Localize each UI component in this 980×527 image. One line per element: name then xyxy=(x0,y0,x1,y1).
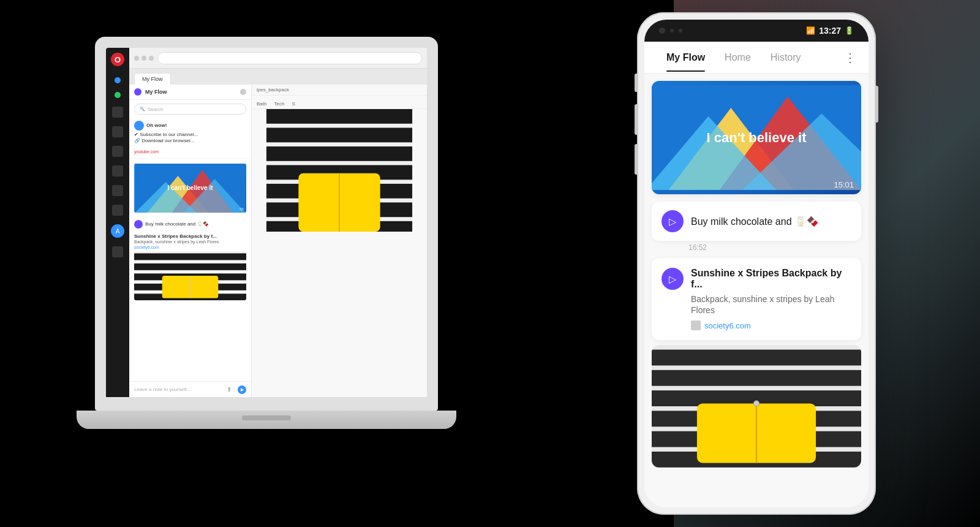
phone-msg-emojis: 🥛🍫 xyxy=(794,216,819,227)
phone-link-card[interactable]: ▷ Sunshine x Stripes Backpack by f... Ba… xyxy=(652,258,861,340)
browser-toolbar xyxy=(129,48,427,69)
phone-nav-tabs: My Flow Home History ⋮ xyxy=(644,42,869,74)
phone-message-bubble: ▷ Buy milk chocolate and 🥛🍫 xyxy=(652,202,861,241)
front-camera xyxy=(659,28,665,34)
phone-volume-mute-button xyxy=(635,74,637,92)
flow-text-message: Buy milk chocolate and 🥛🍫 xyxy=(129,218,251,231)
toolbar-minimize xyxy=(141,56,146,61)
flow-backpack-thumb xyxy=(134,251,246,300)
phone-frame: 📶 13:27 🔋 My Flow Home History xyxy=(637,12,876,515)
phone-link-title: Sunshine x Stripes Backpack by f... xyxy=(691,268,851,290)
sidebar-dot-green xyxy=(115,92,121,98)
phone-link-avatar-icon: ▷ xyxy=(669,273,676,285)
sidebar-download-icon[interactable] xyxy=(112,246,123,257)
svg-rect-30 xyxy=(652,370,861,386)
status-time: 13:27 xyxy=(819,26,841,36)
flow-video-card: I can't believe it 56 xyxy=(129,159,251,218)
phone-status-bar: 📶 13:27 🔋 xyxy=(644,20,869,42)
toolbar-maximize xyxy=(149,56,154,61)
shopping-breadcrumb: ipes_backpack xyxy=(252,85,427,96)
flow-video-text: I can't believe it xyxy=(167,184,213,191)
browser-tabs: My Flow xyxy=(129,69,427,85)
phone-link-desc: Backpack, sunshine x stripes by Leah Flo… xyxy=(691,294,851,316)
phone-link-domain: society6.com xyxy=(691,320,851,330)
flow-input-bar: Leave a note to yourself... ⬆ ▶ xyxy=(129,381,251,397)
sidebar-send-icon[interactable] xyxy=(112,126,123,137)
flow-link-item: Sunshine x Stripes Backpack by f... Back… xyxy=(129,231,251,305)
flow-input-placeholder[interactable]: Leave a note to yourself... xyxy=(134,387,223,392)
speaker-dot xyxy=(670,29,674,32)
flow-link-domain[interactable]: society6.com xyxy=(134,245,246,249)
sensor-dot xyxy=(679,29,682,32)
phone-video-text: I can't believe it xyxy=(707,130,807,146)
phone-msg-text: Buy milk chocolate and xyxy=(691,216,792,227)
flow-search-bar[interactable]: 🔍 Search xyxy=(134,104,246,115)
flow-upload-icon[interactable]: ⬆ xyxy=(227,386,234,393)
svg-rect-14 xyxy=(266,109,412,124)
phone-msg-time: 16:52 xyxy=(652,243,861,252)
flow-header-avatar xyxy=(134,88,141,96)
phone-backpack-image xyxy=(652,345,861,468)
flow-text-content: Buy milk chocolate and 🥛🍫 xyxy=(145,221,209,227)
phone-link-avatar: ▷ xyxy=(662,268,684,290)
sidebar-heart-icon[interactable] xyxy=(112,185,123,196)
toolbar-close xyxy=(134,56,139,61)
phone-video-card[interactable]: I can't believe it 15:01 xyxy=(652,81,861,194)
svg-rect-29 xyxy=(652,350,861,366)
sidebar-history-icon[interactable] xyxy=(112,165,123,176)
phone-link-content: Sunshine x Stripes Backpack by f... Back… xyxy=(691,268,851,330)
sidebar-clock-icon[interactable] xyxy=(112,205,123,216)
shopping-tab-s[interactable]: S xyxy=(292,101,295,108)
browser-sidebar: A xyxy=(106,48,129,397)
phone-content: I can't believe it 15:01 ▷ Buy milk choc… xyxy=(644,74,869,507)
laptop: A xyxy=(95,37,450,478)
browser-tab-myflow[interactable]: My Flow xyxy=(134,73,171,85)
laptop-screen-outer: A xyxy=(95,37,438,411)
shopping-backpack-large xyxy=(252,109,427,232)
flow-message-item: Oh wow! ✔ Subscribe to our channel... 🔗 … xyxy=(129,118,251,159)
shopping-tab-tech[interactable]: Tech xyxy=(274,101,284,108)
phone-tab-myflow[interactable]: My Flow xyxy=(657,44,715,72)
sidebar-avatar[interactable]: A xyxy=(111,224,124,238)
sidebar-search-icon[interactable] xyxy=(112,107,123,118)
shopping-panel: ipes_backpack Bath Tech S xyxy=(252,85,427,397)
flow-avatar-icon: ▷ xyxy=(669,216,676,227)
flow-settings-icon[interactable] xyxy=(240,89,246,95)
phone-tab-home[interactable]: Home xyxy=(715,44,761,72)
flow-msg-body: ✔ Subscribe to our channel... 🔗 Download… xyxy=(134,132,246,145)
phone-tab-history[interactable]: History xyxy=(761,44,811,72)
sidebar-bookmark-icon[interactable] xyxy=(112,146,123,157)
phone-more-button[interactable]: ⋮ xyxy=(844,50,856,65)
toolbar-controls xyxy=(134,56,154,61)
phone-video-thumbnail: I can't believe it 15:01 xyxy=(652,81,861,194)
svg-point-37 xyxy=(753,401,759,406)
phone-screen: 📶 13:27 🔋 My Flow Home History xyxy=(644,20,869,507)
flow-title: My Flow xyxy=(145,89,167,95)
browser-content: My Flow 🔍 Search xyxy=(129,85,427,397)
svg-rect-7 xyxy=(134,264,246,270)
flow-panel-header: My Flow xyxy=(129,85,251,100)
toolbar-url-bar[interactable] xyxy=(157,52,422,64)
flow-send-icon[interactable]: ▶ xyxy=(238,385,246,394)
svg-rect-16 xyxy=(266,146,412,161)
flow-msg-link[interactable]: youtube.com xyxy=(134,150,159,154)
signal-icon: 📶 xyxy=(806,26,815,35)
flow-search-placeholder: Search xyxy=(148,107,163,112)
laptop-base xyxy=(77,411,456,429)
scene: A xyxy=(0,0,980,527)
opera-logo-icon[interactable] xyxy=(111,53,124,66)
phone: 📶 13:27 🔋 My Flow Home History xyxy=(637,12,876,515)
phone-backpack-svg xyxy=(652,345,861,468)
battery-icon: 🔋 xyxy=(845,26,854,35)
flow-panel: My Flow 🔍 Search xyxy=(129,85,252,397)
phone-link-favicon xyxy=(691,320,701,330)
flow-video-duration: 56 xyxy=(239,207,244,211)
phone-video-time: 15:01 xyxy=(834,180,854,189)
phone-notch xyxy=(659,28,682,34)
svg-rect-6 xyxy=(134,253,246,260)
phone-msg-avatar: ▷ xyxy=(662,210,684,232)
shopping-tabs: Bath Tech S xyxy=(252,96,427,109)
phone-volume-up-button xyxy=(635,104,637,135)
shopping-tab-bath[interactable]: Bath xyxy=(257,101,266,108)
flow-link-title: Sunshine x Stripes Backpack by f... xyxy=(134,233,246,239)
